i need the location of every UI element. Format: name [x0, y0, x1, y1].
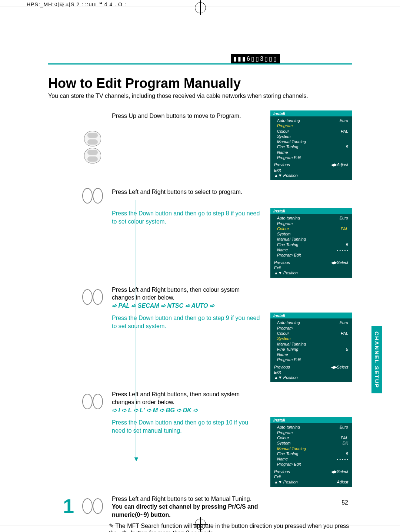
note-text: ✎ The MFT Search function will operate i…	[109, 522, 352, 532]
step-row: 1 Press Left and Right buttons to set to…	[63, 493, 352, 519]
step-text: Press Left and Right buttons to set to M…	[112, 493, 262, 519]
remote-icon-leftright	[81, 284, 104, 310]
osd-title: Install	[270, 208, 352, 214]
step-text: Press the Down button and then go to ste…	[112, 417, 262, 490]
remote-icon-leftright	[81, 389, 104, 414]
intro-text: You can store the TV channels, including…	[48, 93, 352, 99]
step-text: Press the Down button and then go to ste…	[112, 208, 262, 281]
title-rule	[48, 63, 352, 65]
step-row: Press Left and Right buttons, then sound…	[63, 389, 352, 414]
steps-column: Press Up and Down buttons to move to Pro…	[63, 110, 352, 532]
registration-mark-top	[195, 2, 206, 13]
step-row: Press the Down button and then go to ste…	[63, 208, 352, 281]
step-row: Press Up and Down buttons to move to Pro…	[63, 110, 352, 184]
leftright-icon	[82, 186, 103, 205]
page-title: How to Edit Program Manually	[48, 76, 352, 91]
osd-title: Install	[270, 417, 352, 423]
leftright-icon	[82, 392, 103, 411]
step-text: Press the Down button and then go to ste…	[112, 313, 262, 386]
leftright-icon	[82, 288, 103, 306]
step-row: Press Left and Right buttons, then colou…	[63, 284, 352, 310]
page-number: 52	[341, 499, 348, 506]
manual-page: HPS:_MH:이태지S 2 : ::uuı ᄇd 4 . O : CHANNE…	[0, 0, 400, 532]
updown-icon	[84, 148, 101, 163]
osd-screenshot: Install Auto tunningEuro Program ColourP…	[270, 110, 352, 184]
section-tab: CHANNEL SETUP	[371, 326, 382, 393]
step-text: Press Left and Right buttons, then colou…	[112, 284, 262, 310]
title-code-block: ▮▮▮6▯▯3▯▯▯	[231, 54, 280, 63]
remote-icon-leftright	[81, 493, 104, 519]
step-big-number: 1	[63, 496, 73, 516]
step-text: Press Up and Down buttons to move to Pro…	[112, 110, 262, 184]
step-row: Press the Down button and then go to ste…	[63, 313, 352, 386]
step-row: Press Left and Right buttons to select t…	[63, 186, 352, 205]
content-area: ▮▮▮6▯▯3▯▯▯ How to Edit Program Manually …	[48, 56, 352, 532]
osd-screenshot: Install Auto tunningEuro Program ColourP…	[270, 313, 352, 386]
leftright-icon	[82, 497, 103, 515]
remote-icon-updown	[81, 110, 104, 184]
osd-screenshot: Install Auto tunningEuro Program ColourP…	[270, 417, 352, 490]
flow-arrow-icon: ▼	[133, 455, 140, 463]
osd-screenshot: Install Auto tunningEuro Program ColourP…	[270, 208, 352, 281]
step-text: Press Left and Right buttons, then sound…	[112, 389, 262, 414]
file-meta-text: HPS:_MH:이태지S 2 : ::uuı ᄇd 4 . O :	[27, 1, 126, 8]
remote-icon-leftright	[81, 186, 104, 205]
flow-line	[136, 200, 136, 459]
osd-title: Install	[270, 313, 352, 318]
osd-title: Install	[270, 110, 352, 116]
updown-icon	[84, 131, 101, 146]
step-text: Press Left and Right buttons to select t…	[112, 186, 262, 205]
step-row: Press the Down button and then go to ste…	[63, 417, 352, 490]
